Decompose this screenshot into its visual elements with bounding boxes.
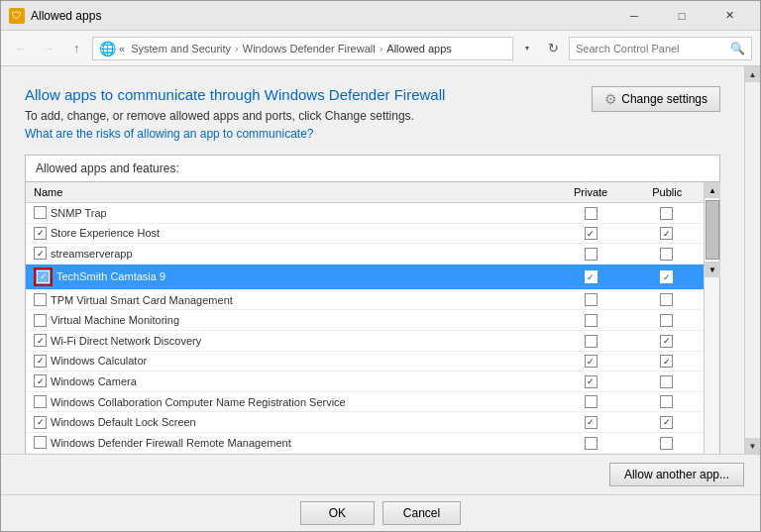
app-name-cell: Windows Collaboration Computer Name Regi… [26,391,551,412]
change-settings-label: Change settings [621,92,707,106]
private-checkbox[interactable]: ✓ [585,227,598,240]
public-checkbox[interactable] [660,395,673,408]
app-private-cell [551,330,631,351]
public-checkbox[interactable] [660,375,673,388]
table-row[interactable]: TPM Virtual Smart Card Management [26,289,719,310]
app-checkbox[interactable] [34,395,47,408]
search-icon[interactable]: 🔍 [730,42,745,55]
window-controls: ─ □ ✕ [611,2,752,30]
forward-button[interactable]: → [37,37,60,60]
public-checkbox[interactable]: ✓ [660,270,673,283]
app-private-cell [551,203,631,224]
scroll-up-button[interactable]: ▲ [705,182,720,198]
col-public: Public [630,182,704,203]
app-name-text: Windows Defender Firewall Remote Managem… [51,437,291,449]
app-checkbox[interactable]: ✓ [34,227,47,240]
scroll-down-button[interactable]: ▼ [705,262,720,277]
table-row[interactable]: Virtual Machine Monitoring [26,310,719,331]
allow-another-button[interactable]: Allow another app... [609,463,744,486]
app-name-cell: ✓Store Experience Host [26,223,551,244]
refresh-button[interactable]: ↻ [541,37,565,60]
scroll-thumb[interactable] [706,200,719,260]
private-checkbox[interactable]: ✓ [585,270,598,283]
table-row[interactable]: Windows Collaboration Computer Name Regi… [26,391,719,412]
table-scroll-wrapper: Name Private Public SNMP Trap✓Store Expe… [26,182,719,454]
ok-button[interactable]: OK [300,501,375,525]
app-public-cell: ✓ [630,412,704,433]
public-checkbox[interactable]: ✓ [660,355,673,368]
app-name-text: Wi-Fi Direct Network Discovery [51,335,201,347]
table-row[interactable]: ✓TechSmith Camtasia 9✓✓ [26,264,719,289]
app-checkbox[interactable]: ✓ [34,374,47,387]
public-checkbox[interactable]: ✓ [660,416,673,429]
main-scroll-up[interactable]: ▲ [745,66,761,82]
main-scroll-down[interactable]: ▼ [745,438,761,454]
private-checkbox[interactable] [585,335,598,348]
table-header-row: Name Private Public [26,182,719,203]
table-row[interactable]: ✓Wi-Fi Direct Network Discovery✓ [26,330,719,351]
public-checkbox[interactable] [660,207,673,220]
table-row[interactable]: ✓streamserverapp [26,244,719,265]
public-checkbox[interactable]: ✓ [660,227,673,240]
app-checkbox[interactable] [34,293,47,306]
private-checkbox[interactable]: ✓ [585,375,598,388]
app-private-cell: ✓ [551,223,631,244]
table-row[interactable]: Windows Defender Firewall Remote Managem… [26,432,719,453]
public-checkbox[interactable]: ✓ [660,335,673,348]
app-checkbox[interactable] [34,314,47,327]
app-checkbox[interactable]: ✓ [34,355,47,368]
back-button[interactable]: ← [9,37,33,60]
minimize-button[interactable]: ─ [611,2,657,30]
table-row[interactable]: SNMP Trap [26,203,719,224]
window-icon: 🛡 [9,8,25,24]
private-checkbox[interactable] [585,314,598,327]
breadcrumb-dropdown[interactable]: ▾ [517,37,537,60]
app-public-cell [630,391,704,412]
private-checkbox[interactable] [585,248,598,261]
app-checkbox[interactable] [34,436,47,449]
breadcrumb-system: « System and Security [119,43,231,54]
breadcrumb-sep1: › [235,43,239,54]
content-area: ⚙ Change settings Allow apps to communic… [1,66,760,454]
private-checkbox[interactable]: ✓ [585,355,598,368]
app-public-cell [630,432,704,453]
app-checkbox[interactable]: ✓ [37,270,50,283]
public-checkbox[interactable] [660,248,673,261]
app-public-cell [630,244,704,265]
app-checkbox[interactable]: ✓ [34,247,47,260]
maximize-button[interactable]: □ [659,2,705,30]
app-name-text: Windows Collaboration Computer Name Regi… [51,396,346,408]
close-button[interactable]: ✕ [707,2,752,30]
cancel-button[interactable]: Cancel [382,501,461,525]
app-checkbox[interactable]: ✓ [34,334,47,347]
app-public-cell [630,372,704,392]
private-checkbox[interactable] [585,207,598,220]
risk-link[interactable]: What are the risks of allowing an app to… [25,127,720,141]
private-checkbox[interactable] [585,293,598,306]
private-checkbox[interactable] [585,437,598,450]
private-checkbox[interactable]: ✓ [585,416,598,429]
table-row[interactable]: ✓Windows Default Lock Screen✓✓ [26,412,719,433]
public-checkbox[interactable] [660,437,673,450]
app-public-cell: ✓ [630,351,704,372]
search-input[interactable] [576,43,730,54]
private-checkbox[interactable] [585,395,598,408]
app-name-cell: ✓Windows Camera [26,372,551,392]
public-checkbox[interactable] [660,314,673,327]
table-row[interactable]: ✓Windows Camera✓ [26,372,719,392]
main-panel: ⚙ Change settings Allow apps to communic… [1,66,744,454]
app-name-cell: ✓Windows Default Lock Screen [26,412,551,433]
app-checkbox[interactable]: ✓ [34,416,47,429]
app-private-cell [551,432,631,453]
table-row[interactable]: ✓Windows Calculator✓✓ [26,351,719,372]
table-row[interactable]: ✓Store Experience Host✓✓ [26,223,719,244]
app-checkbox[interactable] [34,206,47,219]
app-name-cell: ✓Wi-Fi Direct Network Discovery [26,330,551,351]
app-private-cell: ✓ [551,372,631,392]
public-checkbox[interactable] [660,293,673,306]
change-settings-button[interactable]: ⚙ Change settings [592,86,720,112]
up-button[interactable]: ↑ [64,37,88,60]
search-box: 🔍 [569,37,752,60]
app-public-cell [630,203,704,224]
col-private: Private [551,182,631,203]
